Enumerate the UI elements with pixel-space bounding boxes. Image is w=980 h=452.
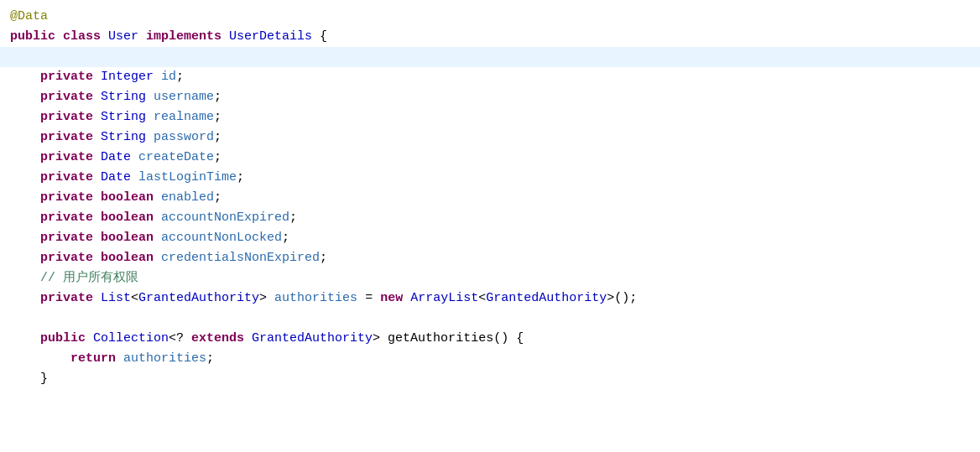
- code-token: ArrayList: [410, 288, 478, 308]
- code-token: class: [63, 27, 108, 46]
- code-line: private Date createDate;: [0, 148, 980, 168]
- code-token: String: [101, 87, 154, 107]
- code-line: // 用户所有权限: [0, 268, 980, 288]
- code-token: [10, 87, 40, 107]
- code-token: Collection: [93, 329, 169, 348]
- code-token: [10, 208, 40, 227]
- code-token: [10, 188, 40, 207]
- code-token: List: [101, 288, 131, 308]
- code-token: Date: [101, 148, 138, 167]
- code-token: [10, 228, 40, 247]
- code-token: @Data: [10, 7, 48, 26]
- code-token: ;: [320, 248, 327, 268]
- code-token: private: [40, 148, 101, 167]
- code-token: authorities: [274, 288, 357, 308]
- code-token: public: [40, 329, 93, 348]
- code-line: private String password;: [0, 127, 980, 148]
- code-token: [10, 107, 40, 127]
- code-token: boolean: [101, 248, 161, 268]
- code-token: >: [259, 288, 274, 308]
- code-token: // 用户所有权限: [40, 268, 138, 288]
- code-token: ;: [214, 188, 222, 207]
- code-token: ;: [214, 127, 222, 147]
- code-token: ;: [176, 67, 184, 86]
- code-token: }: [10, 369, 48, 388]
- code-line: private Integer id;: [0, 67, 980, 87]
- code-line: @Data: [0, 7, 980, 27]
- code-token: ;: [282, 228, 289, 247]
- code-token: ;: [237, 168, 244, 187]
- code-line: private boolean credentialsNonExpired;: [0, 248, 980, 268]
- code-token: public: [10, 27, 63, 46]
- code-line: private String username;: [0, 87, 980, 107]
- code-token: [10, 148, 40, 167]
- code-line: private boolean accountNonLocked;: [0, 228, 980, 248]
- code-token: [10, 127, 40, 147]
- code-token: ;: [214, 148, 222, 167]
- code-line: private boolean enabled;: [0, 188, 980, 208]
- code-line: public Collection<? extends GrantedAutho…: [0, 329, 980, 349]
- code-token: id: [161, 67, 176, 86]
- code-token: credentialsNonExpired: [161, 248, 320, 268]
- code-token: GrantedAuthority: [252, 329, 373, 348]
- code-token: private: [40, 248, 101, 268]
- code-editor: @Datapublic class User implements UserDe…: [0, 0, 980, 452]
- code-line: return authorities;: [0, 349, 980, 369]
- code-token: {: [312, 27, 327, 46]
- code-token: ;: [214, 87, 222, 107]
- code-token: [10, 248, 40, 268]
- code-token: username: [154, 87, 214, 107]
- code-token: boolean: [101, 208, 161, 227]
- code-token: GrantedAuthority: [486, 288, 607, 308]
- code-token: private: [40, 228, 101, 247]
- code-token: private: [40, 288, 101, 308]
- code-token: boolean: [101, 188, 161, 207]
- code-token: return: [70, 349, 123, 368]
- code-token: Date: [101, 168, 138, 187]
- code-token: private: [40, 168, 101, 187]
- code-token: =: [357, 288, 380, 308]
- code-token: ;: [289, 208, 297, 227]
- code-token: [10, 349, 70, 368]
- code-token: Integer: [101, 67, 161, 86]
- code-token: <?: [169, 329, 191, 348]
- code-line: private boolean accountNonExpired;: [0, 208, 980, 228]
- code-token: accountNonExpired: [161, 208, 289, 227]
- code-line: public class User implements UserDetails…: [0, 27, 980, 47]
- code-token: String: [101, 127, 154, 147]
- code-token: lastLoginTime: [138, 168, 237, 187]
- code-token: private: [40, 107, 101, 127]
- code-token: private: [40, 188, 101, 207]
- code-token: [10, 168, 40, 187]
- code-token: ;: [206, 349, 214, 368]
- code-token: createDate: [138, 148, 214, 167]
- code-token: password: [154, 127, 214, 147]
- code-token: implements: [146, 27, 229, 46]
- code-token: [10, 67, 40, 86]
- code-token: boolean: [101, 228, 161, 247]
- code-token: new: [380, 288, 410, 308]
- code-token: authorities: [123, 349, 206, 368]
- code-token: private: [40, 67, 101, 86]
- code-line: }: [0, 369, 980, 389]
- code-token: [10, 288, 40, 308]
- code-token: UserDetails: [229, 27, 312, 46]
- code-line: private List<GrantedAuthority> authoriti…: [0, 288, 980, 309]
- code-token: [10, 268, 40, 288]
- code-token: User: [108, 27, 146, 46]
- code-token: realname: [154, 107, 214, 127]
- code-token: ;: [214, 107, 222, 127]
- code-token: private: [40, 208, 101, 227]
- code-token: private: [40, 87, 101, 107]
- code-token: accountNonLocked: [161, 228, 282, 247]
- code-line: [0, 309, 980, 329]
- code-token: GrantedAuthority: [138, 288, 259, 308]
- code-line: private Date lastLoginTime;: [0, 168, 980, 188]
- code-token: extends: [191, 329, 252, 348]
- code-token: <: [131, 288, 138, 308]
- code-token: [10, 329, 40, 348]
- code-token: private: [40, 127, 101, 147]
- code-token: > getAuthorities() {: [373, 329, 524, 348]
- code-token: <: [478, 288, 486, 308]
- code-line: [0, 47, 980, 67]
